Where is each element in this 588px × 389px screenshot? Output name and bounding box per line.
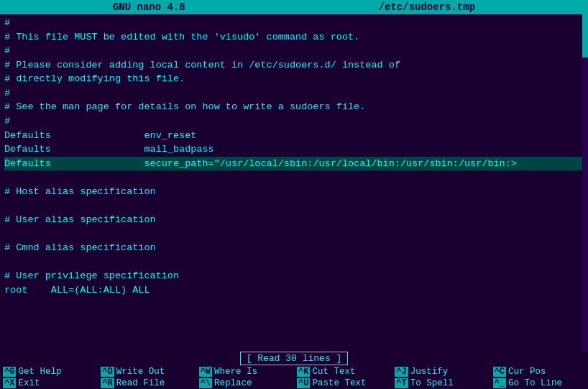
- shortcut-item[interactable]: ^UPaste Text: [294, 377, 392, 389]
- shortcut-key: ^R: [101, 378, 114, 388]
- shortcut-item[interactable]: ^_Go To Line: [490, 377, 588, 389]
- editor-line: #: [4, 86, 584, 101]
- shortcut-item[interactable]: ^OWrite Out: [98, 366, 196, 377]
- shortcut-key: ^G: [3, 367, 16, 377]
- shortcut-item[interactable]: ^GGet Help: [0, 366, 98, 377]
- editor-line: root ALL=(ALL:ALL) ALL: [4, 283, 584, 298]
- app-name: GNU nano 4.8: [113, 1, 185, 13]
- shortcut-item[interactable]: ^WWhere Is: [196, 366, 294, 377]
- shortcut-label: Replace: [214, 378, 252, 388]
- shortcut-key: ^T: [395, 378, 408, 388]
- shortcut-label: Get Help: [18, 367, 61, 377]
- shortcut-item[interactable]: ^TTo Spell: [392, 377, 490, 389]
- shortcut-item[interactable]: ^\Replace: [196, 377, 294, 389]
- shortcut-label: Exit: [18, 378, 40, 388]
- shortcut-bar: ^GGet Help^OWrite Out^WWhere Is^KCut Tex…: [0, 366, 588, 389]
- shortcut-label: Paste Text: [312, 378, 366, 388]
- editor-line: # See the man page for details on how to…: [4, 100, 584, 114]
- editor-line: Defaults mail_badpass: [4, 142, 584, 157]
- status-message: [ Read 30 lines ]: [240, 352, 349, 365]
- editor-line: # directly modifying this file.: [4, 72, 584, 86]
- editor-line: #: [4, 16, 584, 30]
- shortcut-label: Cur Pos: [508, 367, 546, 377]
- shortcut-key: ^U: [297, 378, 310, 388]
- shortcut-key: ^O: [101, 367, 114, 377]
- shortcut-label: Where Is: [214, 367, 257, 377]
- editor-line: # User privilege specification: [4, 269, 584, 283]
- shortcut-key: ^W: [199, 367, 212, 377]
- editor-line: [4, 226, 584, 241]
- editor-area[interactable]: ## This file MUST be edited with the 'vi…: [0, 14, 588, 351]
- shortcut-label: Justify: [410, 367, 449, 377]
- shortcut-key: ^C: [493, 367, 506, 377]
- editor-line: #: [4, 114, 584, 129]
- shortcut-key: ^X: [3, 378, 16, 388]
- editor-line: # This file MUST be edited with the 'vis…: [4, 30, 584, 45]
- editor-line: [4, 170, 584, 185]
- editor-line: Defaults secure_path="/usr/local/sbin:/u…: [4, 157, 584, 171]
- shortcut-key: ^K: [297, 367, 310, 377]
- shortcut-label: Cut Text: [312, 367, 355, 377]
- editor-line: [4, 198, 584, 213]
- shortcut-label: Write Out: [116, 367, 165, 377]
- shortcut-item[interactable]: ^XExit: [0, 377, 98, 389]
- editor-line: #: [4, 44, 584, 58]
- editor-line: Defaults env_reset: [4, 129, 584, 143]
- editor-line: # Cmnd alias specification: [4, 241, 584, 255]
- shortcut-item[interactable]: ^CCur Pos: [490, 366, 588, 377]
- shortcut-key: ^J: [395, 367, 408, 377]
- file-name: /etc/sudoers.tmp: [379, 1, 475, 13]
- editor-line: # User alias specification: [4, 213, 584, 227]
- title-bar: GNU nano 4.8 /etc/sudoers.tmp: [0, 0, 588, 14]
- editor-line: # Host alias specification: [4, 185, 584, 199]
- shortcut-row-2: ^XExit^RRead File^\Replace^UPaste Text^T…: [0, 377, 588, 389]
- shortcut-label: Read File: [116, 378, 165, 388]
- editor-line: [4, 255, 584, 270]
- status-bar: [ Read 30 lines ]: [0, 351, 588, 366]
- shortcut-item[interactable]: ^RRead File: [98, 377, 196, 389]
- shortcut-row-1: ^GGet Help^OWrite Out^WWhere Is^KCut Tex…: [0, 366, 588, 377]
- shortcut-key: ^_: [493, 378, 506, 388]
- scrollbar[interactable]: [582, 14, 588, 351]
- shortcut-item[interactable]: ^JJustify: [392, 366, 490, 377]
- shortcut-label: To Spell: [410, 378, 454, 388]
- terminal: GNU nano 4.8 /etc/sudoers.tmp ## This fi…: [0, 0, 588, 389]
- shortcut-key: ^\: [199, 378, 212, 388]
- shortcut-label: Go To Line: [508, 378, 562, 388]
- shortcut-item[interactable]: ^KCut Text: [294, 366, 392, 377]
- scroll-thumb[interactable]: [582, 14, 588, 58]
- editor-line: # Please consider adding local content i…: [4, 58, 584, 73]
